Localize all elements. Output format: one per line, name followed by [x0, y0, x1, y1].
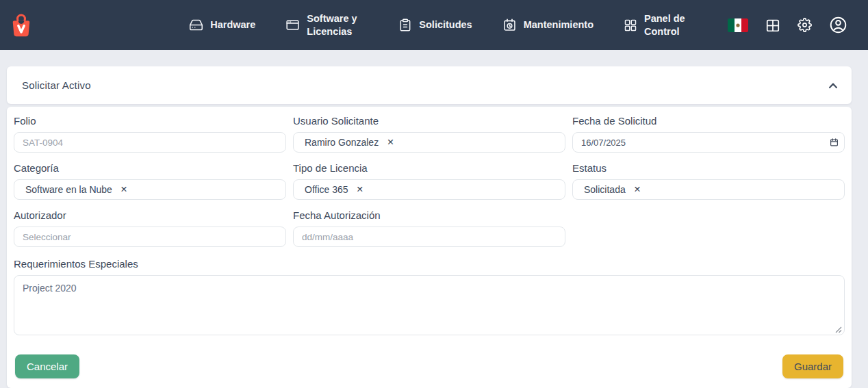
nav-item-software-licencias[interactable]: Software y Licencias [285, 12, 368, 38]
tipo-licencia-select[interactable]: Office 365 ✕ [293, 179, 565, 200]
field-fecha-autorizacion: Fecha Autorización [293, 209, 565, 247]
cancel-button[interactable]: Cancelar [15, 354, 79, 378]
main-nav: Hardware Software y Licencias Solicitude… [189, 12, 695, 38]
estatus-label: Estatus [572, 162, 845, 174]
requerimientos-textarea[interactable]: Project 2020 [14, 275, 845, 335]
app-window-icon [285, 18, 300, 32]
field-usuario-solicitante: Usuario Solicitante Ramiro Gonzalez ✕ [293, 115, 565, 153]
fecha-autorizacion-label: Fecha Autorización [293, 209, 565, 221]
nav-item-solicitudes[interactable]: Solicitudes [398, 18, 472, 32]
clipboard-icon [398, 18, 412, 32]
field-categoria: Categoría Software en la Nube ✕ [14, 162, 286, 200]
form-actions: Cancelar Guardar [14, 354, 845, 378]
settings-button[interactable] [797, 18, 812, 32]
collapse-panel-button[interactable] [826, 79, 841, 92]
remove-value-icon[interactable]: ✕ [119, 185, 129, 194]
profile-button[interactable] [829, 16, 847, 34]
table-view-button[interactable] [765, 18, 780, 33]
field-estatus: Estatus Solicitada ✕ [572, 162, 845, 200]
field-fecha-solicitud: Fecha de Solicitud [572, 115, 845, 153]
field-tipo-licencia: Tipo de Licencia Office 365 ✕ [293, 162, 565, 200]
nav-label: Mantenimiento [524, 18, 593, 31]
nav-item-hardware[interactable]: Hardware [189, 18, 255, 32]
estatus-select[interactable]: Solicitada ✕ [572, 179, 845, 200]
autorizador-select[interactable] [14, 227, 286, 247]
selected-value: Ramiro Gonzalez [305, 137, 379, 148]
table-icon [765, 18, 780, 33]
calendar-icon[interactable] [830, 138, 839, 147]
resize-handle-icon[interactable] [835, 326, 842, 333]
mexico-flag-icon [728, 18, 748, 32]
categoria-label: Categoría [14, 162, 286, 174]
selected-value: Software en la Nube [25, 184, 112, 195]
nav-label: Solicitudes [419, 18, 472, 31]
fecha-autorizacion-input[interactable] [293, 227, 565, 247]
remove-value-icon[interactable]: ✕ [385, 138, 395, 147]
panel-title: Solicitar Activo [22, 79, 91, 91]
gear-icon [797, 18, 812, 32]
shopping-bag-logo-icon [11, 12, 31, 38]
top-navbar: Hardware Software y Licencias Solicitude… [0, 0, 868, 50]
folio-label: Folio [14, 115, 286, 127]
page-content: Solicitar Activo Folio Usuario Solicitan… [0, 50, 868, 388]
autorizador-label: Autorizador [14, 209, 286, 221]
nav-item-panel-de-control[interactable]: Panel de Control [624, 12, 695, 38]
usuario-solicitante-label: Usuario Solicitante [293, 115, 565, 127]
remove-value-icon[interactable]: ✕ [633, 185, 642, 194]
field-folio: Folio [14, 115, 286, 153]
dashboard-grid-icon [624, 18, 637, 32]
fecha-solicitud-label: Fecha de Solicitud [572, 115, 845, 127]
nav-label: Panel de Control [644, 12, 695, 38]
tipo-licencia-label: Tipo de Licencia [293, 162, 565, 174]
field-requerimientos: Requerimientos Especiales Project 2020 [14, 258, 845, 338]
fecha-solicitud-input[interactable] [572, 132, 845, 153]
panel-header: Solicitar Activo [7, 66, 852, 104]
selected-value: Office 365 [305, 184, 348, 195]
solicitar-activo-form: Folio Usuario Solicitante Ramiro Gonzale… [7, 107, 852, 388]
nav-label: Hardware [210, 18, 255, 31]
form-grid: Folio Usuario Solicitante Ramiro Gonzale… [14, 115, 845, 247]
navbar-right-icons [728, 16, 847, 34]
language-flag-button[interactable] [728, 18, 748, 32]
requerimientos-label: Requerimientos Especiales [14, 258, 845, 270]
calendar-clock-icon [502, 18, 517, 32]
save-button[interactable]: Guardar [782, 354, 843, 378]
remove-value-icon[interactable]: ✕ [355, 185, 365, 194]
categoria-select[interactable]: Software en la Nube ✕ [14, 179, 286, 200]
nav-item-mantenimiento[interactable]: Mantenimiento [502, 18, 593, 32]
selected-value: Solicitada [584, 184, 626, 195]
chevron-up-icon [828, 82, 838, 89]
app-logo[interactable] [11, 12, 34, 39]
field-autorizador: Autorizador [14, 209, 286, 247]
nav-label: Software y Licencias [307, 12, 368, 38]
user-circle-icon [829, 16, 847, 34]
folio-input[interactable] [14, 132, 286, 153]
hard-drive-icon [189, 18, 203, 32]
usuario-solicitante-select[interactable]: Ramiro Gonzalez ✕ [293, 132, 565, 153]
